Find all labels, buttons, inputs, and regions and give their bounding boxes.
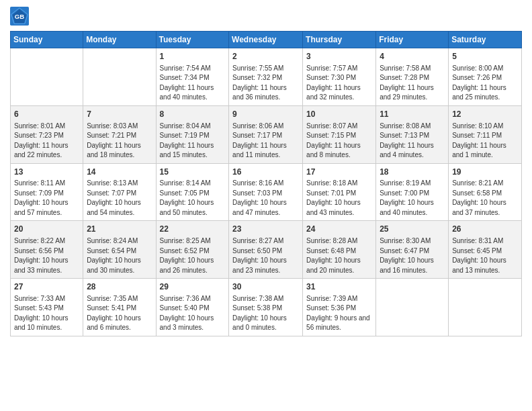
day-info: Sunrise: 7:55 AM Sunset: 7:32 PM Dayligh… bbox=[232, 64, 299, 103]
day-info: Sunrise: 7:38 AM Sunset: 5:38 PM Dayligh… bbox=[232, 294, 299, 333]
day-info: Sunrise: 8:07 AM Sunset: 7:15 PM Dayligh… bbox=[306, 122, 372, 161]
day-cell: 27Sunrise: 7:33 AM Sunset: 5:43 PM Dayli… bbox=[11, 279, 83, 336]
day-cell bbox=[449, 279, 522, 336]
page: GB SundayMondayTuesdayWednesdayThursdayF… bbox=[0, 0, 532, 411]
day-number: 23 bbox=[232, 224, 299, 235]
day-info: Sunrise: 8:01 AM Sunset: 7:23 PM Dayligh… bbox=[14, 122, 79, 161]
day-number: 30 bbox=[232, 281, 299, 293]
day-number: 24 bbox=[306, 224, 372, 235]
day-cell: 3Sunrise: 7:57 AM Sunset: 7:30 PM Daylig… bbox=[303, 48, 376, 106]
day-cell: 4Sunrise: 7:58 AM Sunset: 7:28 PM Daylig… bbox=[376, 48, 449, 106]
day-number: 8 bbox=[160, 109, 226, 120]
day-number: 16 bbox=[232, 167, 299, 178]
day-cell: 19Sunrise: 8:21 AM Sunset: 6:58 PM Dayli… bbox=[449, 163, 522, 221]
day-cell: 24Sunrise: 8:28 AM Sunset: 6:48 PM Dayli… bbox=[303, 221, 376, 279]
day-cell: 11Sunrise: 8:08 AM Sunset: 7:13 PM Dayli… bbox=[376, 105, 449, 163]
day-number: 19 bbox=[452, 167, 518, 178]
day-cell bbox=[11, 48, 83, 106]
day-info: Sunrise: 8:03 AM Sunset: 7:21 PM Dayligh… bbox=[87, 122, 152, 161]
day-info: Sunrise: 8:06 AM Sunset: 7:17 PM Dayligh… bbox=[232, 122, 299, 161]
day-cell: 9Sunrise: 8:06 AM Sunset: 7:17 PM Daylig… bbox=[229, 105, 303, 163]
day-number: 14 bbox=[87, 167, 152, 178]
day-info: Sunrise: 7:54 AM Sunset: 7:34 PM Dayligh… bbox=[160, 64, 226, 103]
day-number: 29 bbox=[160, 281, 226, 293]
day-info: Sunrise: 8:04 AM Sunset: 7:19 PM Dayligh… bbox=[160, 122, 226, 161]
day-number: 28 bbox=[87, 281, 152, 293]
day-cell: 12Sunrise: 8:10 AM Sunset: 7:11 PM Dayli… bbox=[449, 105, 522, 163]
day-header-tuesday: Tuesday bbox=[156, 32, 229, 48]
day-number: 22 bbox=[160, 224, 226, 235]
day-header-sunday: Sunday bbox=[11, 32, 83, 48]
day-info: Sunrise: 8:11 AM Sunset: 7:09 PM Dayligh… bbox=[14, 179, 79, 218]
header: GB bbox=[10, 7, 522, 26]
day-cell: 15Sunrise: 8:14 AM Sunset: 7:05 PM Dayli… bbox=[156, 163, 229, 221]
day-info: Sunrise: 7:33 AM Sunset: 5:43 PM Dayligh… bbox=[14, 294, 79, 333]
day-number: 13 bbox=[14, 167, 79, 178]
day-number: 21 bbox=[87, 224, 152, 235]
day-header-friday: Friday bbox=[376, 32, 449, 48]
day-header-saturday: Saturday bbox=[449, 32, 522, 48]
day-number: 3 bbox=[306, 51, 372, 62]
day-info: Sunrise: 7:39 AM Sunset: 5:36 PM Dayligh… bbox=[306, 294, 372, 333]
day-number: 11 bbox=[380, 109, 445, 120]
day-number: 18 bbox=[380, 167, 445, 178]
day-number: 31 bbox=[306, 281, 372, 293]
day-info: Sunrise: 8:28 AM Sunset: 6:48 PM Dayligh… bbox=[306, 236, 372, 275]
day-info: Sunrise: 8:08 AM Sunset: 7:13 PM Dayligh… bbox=[380, 122, 445, 161]
day-cell: 16Sunrise: 8:16 AM Sunset: 7:03 PM Dayli… bbox=[229, 163, 303, 221]
day-cell: 31Sunrise: 7:39 AM Sunset: 5:36 PM Dayli… bbox=[303, 279, 376, 336]
day-info: Sunrise: 8:13 AM Sunset: 7:07 PM Dayligh… bbox=[87, 179, 152, 218]
day-cell: 26Sunrise: 8:31 AM Sunset: 6:45 PM Dayli… bbox=[449, 221, 522, 279]
week-row-1: 1Sunrise: 7:54 AM Sunset: 7:34 PM Daylig… bbox=[11, 48, 522, 106]
day-number: 9 bbox=[232, 109, 299, 120]
day-cell: 18Sunrise: 8:19 AM Sunset: 7:00 PM Dayli… bbox=[376, 163, 449, 221]
day-info: Sunrise: 8:31 AM Sunset: 6:45 PM Dayligh… bbox=[452, 236, 518, 275]
day-number: 10 bbox=[306, 109, 372, 120]
day-cell: 7Sunrise: 8:03 AM Sunset: 7:21 PM Daylig… bbox=[83, 105, 156, 163]
day-header-monday: Monday bbox=[83, 32, 156, 48]
week-row-4: 20Sunrise: 8:22 AM Sunset: 6:56 PM Dayli… bbox=[11, 221, 522, 279]
day-number: 2 bbox=[232, 51, 299, 62]
day-cell: 1Sunrise: 7:54 AM Sunset: 7:34 PM Daylig… bbox=[156, 48, 229, 106]
day-info: Sunrise: 8:10 AM Sunset: 7:11 PM Dayligh… bbox=[452, 122, 518, 161]
day-number: 7 bbox=[87, 109, 152, 120]
day-cell: 2Sunrise: 7:55 AM Sunset: 7:32 PM Daylig… bbox=[229, 48, 303, 106]
day-cell: 25Sunrise: 8:30 AM Sunset: 6:47 PM Dayli… bbox=[376, 221, 449, 279]
calendar-table: SundayMondayTuesdayWednesdayThursdayFrid… bbox=[10, 31, 522, 336]
day-info: Sunrise: 7:36 AM Sunset: 5:40 PM Dayligh… bbox=[160, 294, 226, 333]
day-cell bbox=[83, 48, 156, 106]
day-cell: 10Sunrise: 8:07 AM Sunset: 7:15 PM Dayli… bbox=[303, 105, 376, 163]
day-number: 5 bbox=[452, 51, 518, 62]
week-row-5: 27Sunrise: 7:33 AM Sunset: 5:43 PM Dayli… bbox=[11, 279, 522, 336]
day-cell: 21Sunrise: 8:24 AM Sunset: 6:54 PM Dayli… bbox=[83, 221, 156, 279]
day-info: Sunrise: 8:00 AM Sunset: 7:26 PM Dayligh… bbox=[452, 64, 518, 103]
day-number: 1 bbox=[160, 51, 226, 62]
week-row-3: 13Sunrise: 8:11 AM Sunset: 7:09 PM Dayli… bbox=[11, 163, 522, 221]
day-info: Sunrise: 8:21 AM Sunset: 6:58 PM Dayligh… bbox=[452, 179, 518, 218]
day-info: Sunrise: 8:30 AM Sunset: 6:47 PM Dayligh… bbox=[380, 236, 445, 275]
day-number: 27 bbox=[14, 281, 79, 293]
day-cell: 20Sunrise: 8:22 AM Sunset: 6:56 PM Dayli… bbox=[11, 221, 83, 279]
day-cell: 8Sunrise: 8:04 AM Sunset: 7:19 PM Daylig… bbox=[156, 105, 229, 163]
day-info: Sunrise: 8:16 AM Sunset: 7:03 PM Dayligh… bbox=[232, 179, 299, 218]
day-cell: 6Sunrise: 8:01 AM Sunset: 7:23 PM Daylig… bbox=[11, 105, 83, 163]
day-cell: 13Sunrise: 8:11 AM Sunset: 7:09 PM Dayli… bbox=[11, 163, 83, 221]
day-info: Sunrise: 8:14 AM Sunset: 7:05 PM Dayligh… bbox=[160, 179, 226, 218]
day-info: Sunrise: 7:57 AM Sunset: 7:30 PM Dayligh… bbox=[306, 64, 372, 103]
day-info: Sunrise: 7:58 AM Sunset: 7:28 PM Dayligh… bbox=[380, 64, 445, 103]
day-number: 15 bbox=[160, 167, 226, 178]
day-cell: 5Sunrise: 8:00 AM Sunset: 7:26 PM Daylig… bbox=[449, 48, 522, 106]
day-number: 17 bbox=[306, 167, 372, 178]
logo: GB bbox=[10, 7, 32, 26]
week-row-2: 6Sunrise: 8:01 AM Sunset: 7:23 PM Daylig… bbox=[11, 105, 522, 163]
day-info: Sunrise: 8:19 AM Sunset: 7:00 PM Dayligh… bbox=[380, 179, 445, 218]
day-cell: 17Sunrise: 8:18 AM Sunset: 7:01 PM Dayli… bbox=[303, 163, 376, 221]
day-info: Sunrise: 8:22 AM Sunset: 6:56 PM Dayligh… bbox=[14, 236, 79, 275]
day-number: 20 bbox=[14, 224, 79, 235]
day-info: Sunrise: 8:27 AM Sunset: 6:50 PM Dayligh… bbox=[232, 236, 299, 275]
svg-text:GB: GB bbox=[15, 13, 24, 20]
day-number: 12 bbox=[452, 109, 518, 120]
day-cell: 14Sunrise: 8:13 AM Sunset: 7:07 PM Dayli… bbox=[83, 163, 156, 221]
day-info: Sunrise: 8:24 AM Sunset: 6:54 PM Dayligh… bbox=[87, 236, 152, 275]
day-number: 4 bbox=[380, 51, 445, 62]
